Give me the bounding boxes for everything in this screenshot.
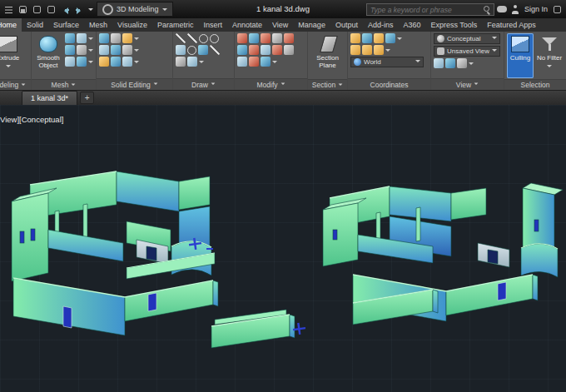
tab-output[interactable]: Output — [330, 18, 363, 32]
app-menu-icon[interactable] — [3, 4, 14, 15]
spline-icon[interactable] — [210, 45, 220, 55]
ucs-face-icon[interactable] — [385, 33, 395, 43]
drawing-canvas[interactable] — [0, 105, 566, 392]
open-icon[interactable] — [32, 4, 42, 15]
mesh-panel-label[interactable]: Mesh — [32, 79, 96, 90]
file-tab-1-kanal-3d[interactable]: 1 kanal 3d* — [22, 91, 77, 105]
dropdown-arrow-icon[interactable] — [397, 37, 402, 42]
tab-annotate[interactable]: Annotate — [227, 18, 267, 32]
tab-surface[interactable]: Surface — [48, 18, 84, 32]
building-model-left[interactable] — [12, 171, 218, 335]
ellipse-icon[interactable] — [187, 46, 196, 55]
ucs-y-icon[interactable] — [362, 45, 372, 55]
tab-solid[interactable]: Solid — [22, 18, 48, 32]
union-icon[interactable] — [99, 33, 109, 43]
no-filter-button[interactable]: No Filter — [536, 33, 563, 78]
rotate-icon[interactable] — [261, 33, 271, 43]
plot-icon[interactable] — [46, 4, 57, 15]
section-plane-button[interactable]: Section Plane — [313, 33, 343, 78]
modify-panel-expand-icon[interactable] — [281, 83, 285, 87]
modeling-panel-expand-icon[interactable] — [22, 83, 26, 87]
erase-icon[interactable] — [284, 45, 294, 55]
sign-in-link[interactable]: Sign In — [524, 5, 548, 13]
mesh-crease-icon[interactable] — [77, 57, 87, 67]
slice-icon[interactable] — [99, 45, 109, 55]
mirror-icon[interactable] — [237, 45, 247, 55]
explode-icon[interactable] — [237, 57, 247, 67]
ucs-x-icon[interactable] — [350, 45, 360, 55]
copy-icon[interactable] — [249, 33, 259, 43]
array-icon[interactable] — [261, 45, 271, 55]
no-filter-dropdown-icon[interactable] — [547, 65, 552, 70]
fillet-edge-icon[interactable] — [99, 57, 109, 67]
dropdown-arrow-icon[interactable] — [134, 49, 139, 54]
navigation-bar-icon[interactable] — [445, 58, 455, 68]
dropdown-arrow-icon[interactable] — [199, 61, 204, 66]
stretch-icon[interactable] — [272, 45, 282, 55]
ucs-named-dropdown[interactable]: World — [350, 57, 424, 67]
solid-editing-panel-label[interactable]: Solid Editing — [97, 78, 172, 90]
extrude-button[interactable]: Extrude — [0, 33, 23, 78]
tab-view[interactable]: View — [267, 18, 293, 32]
hatch-icon[interactable] — [198, 45, 208, 55]
tab-visualize[interactable]: Visualize — [112, 18, 152, 32]
draw-panel-label[interactable]: Draw — [173, 78, 234, 90]
help-search[interactable] — [366, 3, 494, 16]
section-panel-label[interactable]: Section — [308, 79, 347, 90]
fillet-icon[interactable] — [249, 45, 259, 55]
qat-dropdown-icon[interactable] — [88, 8, 93, 13]
ucs-world-icon[interactable] — [362, 33, 372, 43]
dropdown-arrow-icon[interactable] — [469, 62, 474, 67]
dropdown-arrow-icon[interactable] — [385, 49, 390, 54]
join-icon[interactable] — [261, 57, 271, 67]
save-icon[interactable] — [17, 4, 28, 15]
rectangle-icon[interactable] — [176, 45, 186, 55]
offset-edge-icon[interactable] — [122, 45, 132, 55]
ucs-z-icon[interactable] — [374, 45, 384, 55]
smooth-object-button[interactable]: Smooth Object — [34, 33, 62, 78]
line-icon[interactable] — [176, 33, 186, 43]
dropdown-arrow-icon[interactable] — [134, 37, 139, 42]
search-icon[interactable] — [483, 5, 492, 14]
drawing-viewport[interactable]: View][Conceptual] — [0, 105, 566, 392]
scale-icon[interactable] — [272, 33, 282, 43]
tab-add-ins[interactable]: Add-ins — [363, 18, 399, 32]
free-wall-left[interactable] — [211, 310, 295, 348]
ucs-icon[interactable] — [350, 33, 360, 43]
dropdown-arrow-icon[interactable] — [272, 61, 277, 66]
solid-editing-panel-expand-icon[interactable] — [153, 83, 157, 87]
tab-express-tools[interactable]: Express Tools — [425, 18, 482, 32]
mesh-panel-expand-icon[interactable] — [72, 83, 76, 87]
polyline-icon[interactable] — [187, 33, 197, 43]
selection-panel-label[interactable]: Selection — [504, 79, 566, 90]
view-panel-label[interactable]: View — [431, 78, 504, 90]
arc-icon[interactable] — [210, 34, 219, 43]
culling-button[interactable]: Culling — [507, 33, 534, 78]
point-icon[interactable] — [176, 57, 186, 67]
building-model-right[interactable] — [323, 183, 563, 321]
help-icon[interactable] — [552, 4, 563, 15]
mesh-refine-icon[interactable] — [65, 57, 75, 67]
section-panel-expand-icon[interactable] — [339, 83, 343, 87]
tab-parametric[interactable]: Parametric — [152, 18, 199, 32]
intersect-icon[interactable] — [122, 33, 132, 43]
tab-mesh[interactable]: Mesh — [84, 18, 112, 32]
a360-cloud-icon[interactable] — [497, 6, 507, 12]
redo-icon[interactable] — [74, 4, 85, 15]
shell-icon[interactable] — [122, 57, 132, 67]
taper-faces-icon[interactable] — [111, 57, 121, 67]
subtract-icon[interactable] — [111, 33, 121, 43]
tab-home[interactable]: Home — [0, 18, 22, 32]
view-panel-expand-icon[interactable] — [474, 83, 479, 87]
dropdown-arrow-icon[interactable] — [88, 49, 93, 54]
dropdown-arrow-icon[interactable] — [88, 61, 93, 66]
ucs-origin-icon[interactable] — [374, 33, 384, 43]
offset-icon[interactable] — [249, 57, 259, 67]
named-view-dropdown[interactable]: Unsaved View — [434, 46, 500, 57]
coordinates-panel-label[interactable]: Coordinates — [348, 78, 430, 90]
viewport-config-icon[interactable] — [434, 58, 444, 68]
tab-manage[interactable]: Manage — [293, 18, 330, 32]
dropdown-arrow-icon[interactable] — [134, 61, 139, 66]
new-drawing-tab-button[interactable]: + — [80, 92, 94, 104]
draw-panel-expand-icon[interactable] — [211, 83, 216, 87]
